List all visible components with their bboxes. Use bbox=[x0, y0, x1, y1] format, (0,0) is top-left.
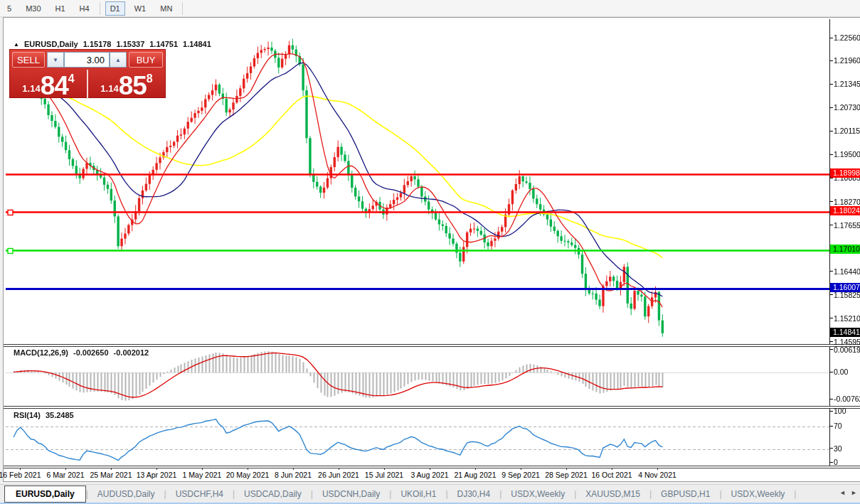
tab-scroll-left-icon[interactable]: ◄ bbox=[839, 489, 846, 496]
date-axis-tick bbox=[111, 468, 112, 470]
price-axis-tick bbox=[829, 131, 833, 132]
sell-button[interactable]: SELL bbox=[12, 52, 45, 68]
price-axis-label: 1.18270 bbox=[834, 198, 860, 206]
chart-tab-USDCNH-Daily[interactable]: USDCNH,Daily bbox=[313, 486, 389, 502]
timeframe-button-MN[interactable]: MN bbox=[155, 1, 177, 16]
chart-window: ▲ EURUSD,Daily 1.15178 1.15337 1.14751 1… bbox=[3, 17, 860, 482]
timeframe-button-M30[interactable]: M30 bbox=[21, 1, 46, 16]
date-axis-label: 20 May 2021 bbox=[226, 471, 270, 479]
ohlc-high: 1.15337 bbox=[116, 40, 144, 48]
price-line-badge: 1.18998 bbox=[830, 168, 860, 178]
buy-price-pip: 8 bbox=[147, 73, 153, 85]
price-axis-tick bbox=[829, 225, 833, 225]
chart-tab-DJ30-H4[interactable]: DJ30,H4 bbox=[448, 486, 500, 502]
chart-tab-EURUSD-Daily[interactable]: EURUSD,Daily bbox=[4, 486, 86, 503]
panel-divider bbox=[4, 466, 860, 468]
price-axis-label: 1.17655 bbox=[834, 221, 860, 230]
chart-tab-USDCAD-Daily[interactable]: USDCAD,Daily bbox=[235, 486, 311, 502]
date-axis-tick bbox=[657, 468, 658, 470]
current-price-badge: 1.14841 bbox=[830, 328, 860, 337]
date-axis-tick bbox=[339, 468, 339, 470]
price-axis-tick bbox=[829, 271, 833, 272]
axis-separator-line bbox=[829, 19, 830, 468]
macd-signal-value: -0.002012 bbox=[114, 348, 149, 357]
volume-input[interactable] bbox=[64, 52, 110, 68]
price-axis-label: 1.20115 bbox=[834, 127, 860, 135]
date-axis-label: 6 Mar 2021 bbox=[46, 471, 84, 479]
date-axis-tick bbox=[248, 468, 248, 470]
macd-axis-tick bbox=[829, 372, 833, 372]
date-axis-tick bbox=[521, 468, 521, 470]
price-axis-tick bbox=[829, 318, 833, 318]
chart-symbol-label: EURUSD,Daily bbox=[24, 40, 78, 48]
price-axis-tick bbox=[829, 84, 833, 85]
trading-platform-screen: 5M30H1H4D1W1MN ▲ EURUSD,Daily 1.15178 1.… bbox=[0, 0, 860, 504]
triangle-up-icon: ▲ bbox=[115, 57, 121, 63]
date-axis-label: 16 Oct 2021 bbox=[591, 471, 632, 479]
price-axis-label: 1.22560 bbox=[834, 33, 860, 42]
price-axis-label: 1.19500 bbox=[834, 150, 860, 159]
rsi-title: RSI(14) 35.2485 bbox=[14, 411, 74, 419]
tab-scroll-right-icon[interactable]: ► bbox=[851, 489, 857, 496]
ohlc-close: 1.14841 bbox=[183, 40, 211, 48]
timeframe-button-W1[interactable]: W1 bbox=[129, 1, 152, 16]
date-axis-label: 9 Sep 2021 bbox=[501, 471, 540, 479]
panel-divider[interactable] bbox=[4, 406, 860, 409]
date-axis-tick bbox=[475, 468, 476, 470]
price-axis-label: 1.21345 bbox=[834, 80, 860, 88]
ohlc-open: 1.15178 bbox=[83, 40, 112, 48]
collapse-triangle-icon[interactable]: ▲ bbox=[14, 41, 19, 48]
buy-price-main: 85 bbox=[119, 75, 147, 97]
sell-price-main: 84 bbox=[41, 75, 68, 97]
date-axis-tick bbox=[430, 468, 430, 470]
rsi-axis-tick bbox=[829, 426, 833, 427]
price-axis-tick bbox=[829, 107, 833, 108]
timeframe-button-H4[interactable]: H4 bbox=[75, 1, 95, 16]
chart-tab-AUDUSD-Daily[interactable]: AUDUSD,Daily bbox=[88, 486, 164, 502]
sell-price-display[interactable]: 1.14844 bbox=[10, 70, 88, 99]
buy-price-display[interactable]: 1.14858 bbox=[88, 70, 165, 99]
date-axis-label: 8 Jun 2021 bbox=[275, 471, 312, 479]
rsi-axis-label: 70 bbox=[834, 422, 842, 430]
price-axis-tick bbox=[829, 154, 833, 155]
timeframe-button-D1[interactable]: D1 bbox=[105, 1, 125, 16]
chart-tab-USDX-Weekly[interactable]: USDX,Weekly bbox=[501, 486, 574, 502]
panel-divider[interactable] bbox=[4, 344, 860, 347]
date-axis-label: 25 Mar 2021 bbox=[90, 471, 132, 479]
rsi-panel-canvas[interactable] bbox=[6, 409, 829, 467]
rsi-axis-tick bbox=[829, 462, 833, 463]
date-axis-tick bbox=[202, 468, 203, 470]
toolbar-separator bbox=[182, 2, 183, 15]
price-axis-label: 1.15210 bbox=[834, 314, 860, 323]
chart-tab-USDX-Weekly[interactable]: USDX,Weekly bbox=[722, 486, 795, 502]
date-axis-label: 1 May 2021 bbox=[183, 471, 222, 479]
triangle-down-icon: ▼ bbox=[53, 57, 58, 63]
date-axis-tick bbox=[156, 468, 157, 470]
date-axis-tick bbox=[293, 468, 294, 470]
date-axis-label: 3 Aug 2021 bbox=[410, 471, 448, 479]
buy-button[interactable]: BUY bbox=[129, 52, 163, 68]
date-axis-label: 21 Aug 2021 bbox=[455, 471, 497, 479]
ohlc-low: 1.14751 bbox=[149, 40, 178, 48]
buy-price-prefix: 1.14 bbox=[100, 83, 118, 94]
chart-tab-GBPUSD-H1[interactable]: GBPUSD,H1 bbox=[652, 486, 719, 502]
macd-axis-label: 0.00 bbox=[834, 368, 848, 376]
chart-tab-UKOil-H1[interactable]: UKOil,H1 bbox=[391, 486, 445, 502]
macd-title: MACD(12,26,9) -0.002650 -0.002012 bbox=[14, 348, 149, 357]
date-axis-label: 16 Feb 2021 bbox=[0, 471, 41, 479]
chart-tab-XAUUSD-M15[interactable]: XAUUSD,M15 bbox=[576, 486, 649, 502]
rsi-axis-tick bbox=[829, 411, 833, 412]
rsi-axis-label: 0 bbox=[834, 458, 838, 466]
price-line-badge: 1.17010 bbox=[830, 245, 860, 254]
toolbar-separator bbox=[100, 2, 100, 15]
timeframe-button-H1[interactable]: H1 bbox=[51, 1, 70, 16]
rsi-name: RSI(14) bbox=[14, 411, 41, 419]
date-axis-tick bbox=[384, 468, 385, 470]
date-axis-label: 28 Sep 2021 bbox=[545, 471, 588, 479]
sell-price-prefix: 1.14 bbox=[22, 83, 40, 94]
chart-tab-USDCHF-H4[interactable]: USDCHF,H4 bbox=[166, 486, 233, 502]
volume-increase-button[interactable]: ▲ bbox=[110, 52, 127, 68]
macd-axis-label: 0.006193 bbox=[834, 345, 860, 354]
timeframe-button-5[interactable]: 5 bbox=[2, 1, 16, 16]
volume-decrease-button[interactable]: ▼ bbox=[47, 52, 64, 68]
